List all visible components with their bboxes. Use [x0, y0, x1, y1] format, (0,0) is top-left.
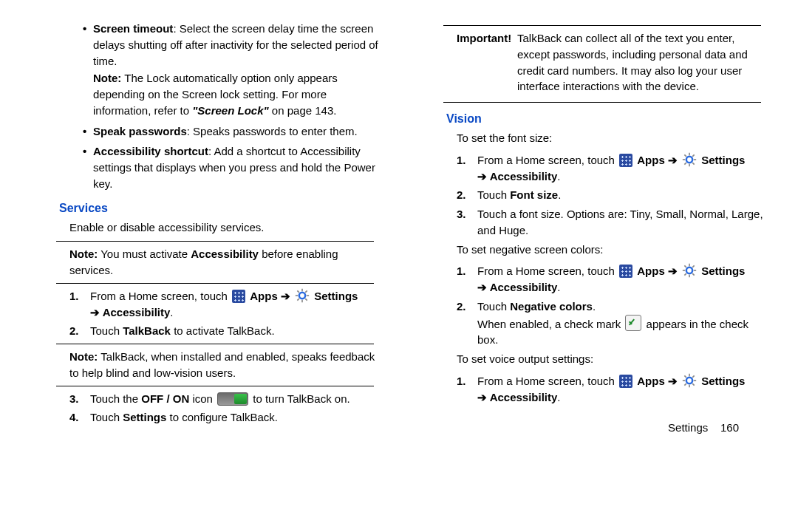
svg-line-7	[297, 299, 299, 301]
divider	[443, 25, 761, 26]
svg-line-23	[684, 266, 686, 268]
svg-line-33	[692, 383, 695, 386]
settings-icon	[682, 263, 697, 278]
svg-line-15	[692, 163, 695, 165]
settings-icon	[295, 288, 310, 303]
svg-line-6	[305, 299, 307, 301]
bullet-speak-passwords: • Speak passwords: Speaks passwords to e…	[83, 123, 381, 140]
voice-output-intro: To set voice output settings:	[417, 351, 768, 367]
divider	[56, 241, 374, 242]
step-1: 1. From a Home screen, touch Apps ➔ Sett…	[69, 288, 381, 321]
page-footer: Settings 160	[417, 420, 768, 436]
svg-line-24	[692, 274, 695, 276]
bullet-screen-timeout: • Screen timeout: Select the screen dela…	[83, 21, 381, 119]
apps-icon	[619, 154, 632, 167]
step-2: 2. Touch TalkBack to activate TalkBack.	[69, 323, 381, 339]
note-talkback: Note: TalkBack, when installed and enabl…	[30, 349, 381, 381]
toggle-on-icon	[217, 392, 248, 406]
svg-point-0	[299, 293, 305, 299]
svg-line-26	[692, 266, 695, 268]
apps-icon	[619, 375, 632, 388]
settings-icon	[682, 373, 697, 388]
svg-line-5	[297, 290, 299, 293]
vision-step-3: 3. Touch a font size. Options are: Tiny,…	[457, 206, 768, 239]
svg-point-27	[686, 378, 692, 383]
voice-step-1: 1. From a Home screen, touch Apps ➔ Sett…	[457, 373, 768, 406]
svg-line-14	[684, 154, 686, 157]
svg-line-32	[684, 375, 686, 378]
divider	[56, 283, 374, 284]
svg-line-16	[684, 163, 686, 165]
vision-step-1: 1. From a Home screen, touch Apps ➔ Sett…	[457, 152, 768, 185]
svg-line-17	[692, 154, 695, 157]
important-note: Important! TalkBack can collect all of t…	[417, 30, 768, 95]
svg-point-18	[686, 267, 692, 273]
note-activate-accessibility: Note: You must activate Accessibility be…	[30, 246, 381, 279]
fontsize-intro: To set the font size:	[417, 130, 768, 146]
svg-line-25	[684, 274, 686, 276]
vision-step-2: 2. Touch Font size.	[457, 187, 768, 203]
neg-step-2: 2. Touch Negative colors. When enabled, …	[457, 299, 768, 348]
svg-line-8	[305, 290, 307, 293]
svg-line-35	[692, 375, 695, 378]
divider	[56, 386, 374, 386]
negative-colors-intro: To set negative screen colors:	[417, 242, 768, 258]
neg-step-1: 1. From a Home screen, touch Apps ➔ Sett…	[457, 263, 768, 296]
services-intro: Enable or disable accessibility services…	[30, 219, 381, 236]
step-3: 3. Touch the OFF / ON icon to turn TalkB…	[69, 391, 381, 407]
checkmark-icon	[625, 315, 641, 331]
bullet-title: Screen timeout	[93, 22, 173, 35]
divider	[56, 344, 374, 344]
apps-icon	[619, 265, 632, 278]
services-heading: Services	[30, 200, 381, 216]
divider	[443, 102, 761, 103]
vision-heading: Vision	[417, 110, 768, 127]
apps-icon	[232, 290, 245, 303]
svg-line-34	[684, 383, 686, 386]
settings-icon	[682, 152, 697, 167]
svg-point-9	[686, 157, 692, 163]
bullet-accessibility-shortcut: • Accessibility shortcut: Add a shortcut…	[83, 143, 381, 191]
step-4: 4. Touch Settings to configure TalkBack.	[69, 409, 381, 426]
